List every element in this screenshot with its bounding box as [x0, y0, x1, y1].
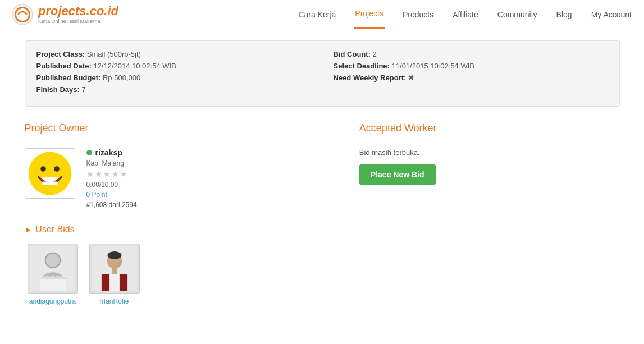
- published-date-value: 12/12/2014 10:02:54 WIB: [93, 62, 176, 70]
- person-icon-1: [30, 246, 75, 291]
- bid-count-row: Bid Count: 2: [334, 50, 608, 58]
- project-owner-heading: Project Owner: [25, 122, 337, 139]
- project-info-box: Project Class: Small (500rb-5jt) Publish…: [25, 40, 620, 107]
- logo-sub: Kerja Online Hasil Maksimal: [38, 19, 118, 24]
- smiley-icon: [28, 151, 72, 196]
- person-icon-2: [92, 246, 137, 291]
- star-3: ★: [103, 169, 111, 178]
- bidder-name-2[interactable]: IrfanRofie: [99, 297, 129, 305]
- svg-point-10: [45, 253, 60, 267]
- two-col-section: Project Owner: [25, 122, 620, 209]
- user-bids-section: ► User Bids andiag: [25, 224, 620, 305]
- nav-blog[interactable]: Blog: [555, 0, 573, 29]
- bidder-avatar-1: [28, 244, 78, 294]
- bidders-list: andiagungputra: [25, 244, 620, 305]
- select-deadline-label: Select Deadline:: [334, 62, 390, 70]
- bidder-name-1[interactable]: andiagungputra: [29, 297, 76, 305]
- project-class-label: Project Class:: [36, 50, 85, 58]
- logo-main: projects.co.id: [38, 4, 118, 18]
- owner-rank: #1,608 dari 2594: [86, 201, 137, 209]
- star-1: ★: [86, 169, 94, 178]
- finish-days-value: 7: [81, 85, 85, 94]
- star-2: ★: [95, 169, 102, 178]
- logo: projects.co.id Kerja Online Hasil Maksim…: [11, 3, 118, 26]
- owner-avatar: [25, 148, 75, 199]
- svg-point-16: [107, 251, 121, 259]
- logo-text: projects.co.id Kerja Online Hasil Maksim…: [38, 4, 118, 24]
- owner-name: rizaksp: [95, 148, 122, 157]
- nav-affiliate[interactable]: Affiliate: [451, 0, 479, 29]
- weekly-report-value: ✖: [408, 74, 414, 82]
- svg-point-3: [28, 152, 71, 195]
- nav-community[interactable]: Community: [496, 0, 538, 29]
- nav-cara-kerja[interactable]: Cara Kerja: [297, 0, 337, 29]
- project-info-left: Project Class: Small (500rb-5jt) Publish…: [36, 50, 311, 97]
- bid-open-text: Bid masih terbuka.: [359, 148, 620, 157]
- budget-value: Rp 500,000: [103, 74, 140, 82]
- bidder-avatar-2: [89, 244, 140, 294]
- user-bids-title: User Bids: [35, 224, 74, 235]
- owner-rating: 0.00/10.00: [86, 181, 137, 189]
- main-nav: Cara Kerja Projects Products Affiliate C…: [297, 0, 633, 29]
- main-content: Project Class: Small (500rb-5jt) Publish…: [13, 40, 631, 305]
- user-bids-heading[interactable]: ► User Bids: [25, 224, 620, 235]
- nav-my-account[interactable]: My Account: [590, 0, 633, 29]
- svg-rect-6: [42, 181, 57, 185]
- budget-label: Published Budget:: [36, 74, 101, 82]
- svg-rect-14: [109, 274, 120, 291]
- owner-card: rizaksp Kab. Malang ★ ★ ★ ★ ★ 0.00/10.00…: [25, 148, 337, 209]
- bid-count-value: 2: [373, 50, 377, 58]
- place-new-bid-button[interactable]: Place New Bid: [359, 164, 436, 185]
- svg-point-5: [54, 166, 60, 172]
- logo-icon: [11, 3, 34, 26]
- header: projects.co.id Kerja Online Hasil Maksim…: [0, 0, 644, 29]
- star-4: ★: [112, 169, 119, 178]
- select-deadline-row: Select Deadline: 11/01/2015 10:02:54 WIB: [334, 62, 608, 70]
- svg-point-4: [40, 166, 46, 172]
- project-info-right: Bid Count: 2 Select Deadline: 11/01/2015…: [334, 50, 608, 97]
- accepted-worker-section: Accepted Worker Bid masih terbuka. Place…: [359, 122, 620, 209]
- nav-projects[interactable]: Projects: [354, 0, 385, 29]
- owner-stars: ★ ★ ★ ★ ★: [86, 169, 137, 178]
- accepted-worker-heading: Accepted Worker: [359, 122, 620, 139]
- bid-count-label: Bid Count:: [334, 50, 371, 58]
- online-indicator: [86, 150, 92, 155]
- star-5: ★: [120, 169, 127, 178]
- select-deadline-value: 11/01/2015 10:02:54 WIB: [392, 62, 474, 70]
- budget-row: Published Budget: Rp 500,000: [36, 74, 311, 82]
- nav-products[interactable]: Products: [401, 0, 435, 29]
- finish-days-row: Finish Days: 7: [36, 85, 311, 94]
- project-owner-section: Project Owner: [25, 122, 337, 209]
- published-date-row: Published Date: 12/12/2014 10:02:54 WIB: [36, 62, 311, 70]
- project-class-row: Project Class: Small (500rb-5jt): [36, 50, 311, 58]
- owner-location: Kab. Malang: [86, 159, 137, 167]
- published-date-label: Published Date:: [36, 62, 92, 70]
- owner-points: 0 Point: [86, 191, 137, 199]
- project-class-value: Small (500rb-5jt): [87, 50, 141, 58]
- chevron-right-icon: ►: [25, 225, 33, 234]
- bidder-card: IrfanRofie: [86, 244, 143, 305]
- weekly-report-label: Need Weekly Report:: [334, 74, 407, 82]
- svg-rect-17: [112, 268, 117, 274]
- finish-days-label: Finish Days:: [36, 85, 80, 94]
- owner-details: rizaksp Kab. Malang ★ ★ ★ ★ ★ 0.00/10.00…: [86, 148, 137, 209]
- bidder-card: andiagungputra: [25, 244, 81, 305]
- weekly-report-row: Need Weekly Report: ✖: [334, 74, 608, 82]
- owner-name-row: rizaksp: [86, 148, 137, 157]
